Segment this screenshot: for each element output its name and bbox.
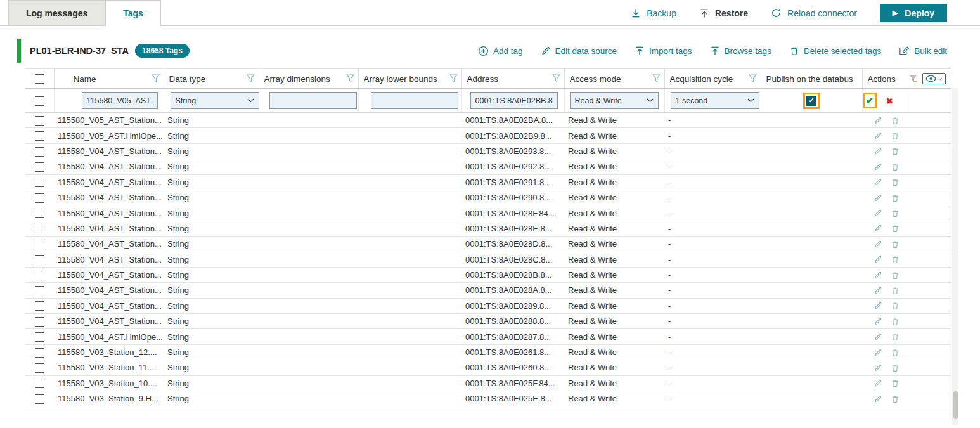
- acquisition-cycle-cell: -: [664, 283, 761, 298]
- edit-row-icon[interactable]: [874, 193, 882, 202]
- edit-row-icon[interactable]: [874, 379, 882, 387]
- edit-row-icon[interactable]: [874, 271, 882, 280]
- browse-tags-button[interactable]: Browse tags: [710, 46, 771, 56]
- add-tag-button[interactable]: Add tag: [478, 46, 523, 56]
- row-checkbox[interactable]: [35, 348, 44, 358]
- row-checkbox[interactable]: [35, 255, 44, 264]
- acquisition-cycle-select[interactable]: 1 second: [671, 92, 759, 109]
- edit-row-icon[interactable]: [874, 178, 882, 186]
- row-checkbox[interactable]: [35, 209, 44, 218]
- delete-row-icon[interactable]: [891, 162, 899, 171]
- array-dimensions-cell: [259, 205, 358, 221]
- address-input[interactable]: [470, 92, 558, 109]
- tab-log-messages[interactable]: Log messages: [8, 0, 105, 25]
- delete-row-icon[interactable]: [891, 394, 899, 403]
- edit-row-icon[interactable]: [874, 209, 882, 217]
- delete-row-icon[interactable]: [891, 146, 899, 155]
- row-checkbox[interactable]: [35, 178, 44, 187]
- delete-row-icon[interactable]: [891, 224, 899, 233]
- import-tags-button[interactable]: Import tags: [635, 46, 692, 56]
- delete-row-icon[interactable]: [891, 255, 899, 264]
- row-checkbox[interactable]: [35, 394, 44, 404]
- address-cell: 0001:TS:8A0E0287.8...: [461, 329, 564, 344]
- delete-row-icon[interactable]: [891, 363, 899, 372]
- scrollbar-thumb[interactable]: [953, 391, 958, 419]
- row-checkbox[interactable]: [35, 363, 44, 373]
- deploy-button[interactable]: ▶ Deploy: [880, 4, 947, 22]
- row-checkbox[interactable]: [35, 379, 44, 388]
- clear-filters-icon[interactable]: [909, 74, 918, 83]
- filter-icon[interactable]: [346, 74, 354, 83]
- row-checkbox[interactable]: [35, 286, 44, 295]
- delete-row-icon[interactable]: [891, 379, 899, 387]
- name-input[interactable]: [82, 92, 158, 109]
- edit-row-icon[interactable]: [874, 301, 882, 310]
- row-checkbox[interactable]: [35, 317, 44, 327]
- filter-icon[interactable]: [152, 74, 160, 83]
- edit-row-icon[interactable]: [874, 255, 882, 264]
- data-type-cell: String: [164, 237, 259, 252]
- edit-row-icon[interactable]: [874, 317, 882, 326]
- delete-row-icon[interactable]: [891, 301, 899, 310]
- row-checkbox[interactable]: [35, 301, 44, 311]
- filter-icon[interactable]: [247, 74, 255, 83]
- filter-icon[interactable]: [749, 74, 757, 83]
- array-lower-bounds-cell: [358, 252, 461, 267]
- data-type-select[interactable]: String: [171, 92, 259, 109]
- publish-cell: [761, 205, 862, 221]
- row-checkbox[interactable]: [35, 271, 44, 280]
- edit-row-icon[interactable]: [874, 146, 882, 155]
- delete-row-icon[interactable]: [891, 286, 899, 295]
- delete-row-icon[interactable]: [891, 178, 899, 186]
- row-checkbox[interactable]: [35, 147, 44, 157]
- array-lower-bounds-input[interactable]: [371, 92, 458, 109]
- filter-icon[interactable]: [552, 74, 560, 83]
- delete-row-icon[interactable]: [891, 332, 899, 341]
- delete-row-icon[interactable]: [891, 317, 899, 326]
- delete-row-icon[interactable]: [891, 348, 899, 357]
- edit-row-icon[interactable]: [874, 332, 882, 341]
- confirm-check-icon[interactable]: ✔: [866, 96, 874, 105]
- delete-row-icon[interactable]: [891, 116, 899, 125]
- delete-selected-tags-button[interactable]: Delete selected tags: [789, 46, 881, 56]
- row-checkbox[interactable]: [35, 332, 44, 342]
- publish-on-databus-checkbox[interactable]: ✓: [806, 96, 816, 106]
- edit-row-icon[interactable]: [874, 162, 882, 171]
- delete-row-icon[interactable]: [891, 240, 899, 249]
- restore-button[interactable]: Restore: [699, 8, 748, 18]
- reload-connector-button[interactable]: Reload connector: [771, 8, 857, 18]
- edit-row-icon[interactable]: [874, 240, 882, 249]
- column-visibility-button[interactable]: [922, 73, 946, 84]
- filter-icon[interactable]: [652, 74, 661, 83]
- array-dimensions-cell: [259, 344, 358, 360]
- delete-row-icon[interactable]: [891, 131, 899, 140]
- cancel-x-icon[interactable]: ✖: [886, 96, 893, 106]
- filter-icon[interactable]: [449, 74, 458, 83]
- delete-row-icon[interactable]: [891, 193, 899, 202]
- tab-tags[interactable]: Tags: [105, 0, 161, 26]
- edit-row-icon[interactable]: [874, 116, 882, 125]
- acquisition-cycle-cell: -: [664, 329, 761, 344]
- array-lower-bounds-cell: [358, 128, 461, 143]
- delete-row-icon[interactable]: [891, 209, 899, 217]
- edit-data-source-button[interactable]: Edit data source: [541, 46, 617, 56]
- array-dimensions-input[interactable]: [269, 92, 357, 109]
- backup-button[interactable]: Backup: [631, 8, 676, 18]
- row-checkbox[interactable]: [35, 131, 44, 141]
- edit-row-icon[interactable]: [874, 131, 882, 140]
- select-all-checkbox[interactable]: [35, 74, 44, 84]
- row-checkbox[interactable]: [35, 96, 44, 106]
- row-checkbox[interactable]: [35, 162, 44, 172]
- row-checkbox[interactable]: [35, 116, 44, 126]
- access-mode-select[interactable]: Read & Write: [570, 92, 659, 109]
- row-checkbox[interactable]: [35, 240, 44, 249]
- edit-row-icon[interactable]: [874, 224, 882, 233]
- row-checkbox[interactable]: [35, 224, 44, 233]
- edit-row-icon[interactable]: [874, 363, 882, 372]
- edit-row-icon[interactable]: [874, 348, 882, 357]
- edit-row-icon[interactable]: [874, 286, 882, 295]
- row-checkbox[interactable]: [35, 193, 44, 203]
- delete-row-icon[interactable]: [891, 271, 899, 280]
- edit-row-icon[interactable]: [874, 394, 882, 403]
- bulk-edit-button[interactable]: Bulk edit: [899, 46, 947, 56]
